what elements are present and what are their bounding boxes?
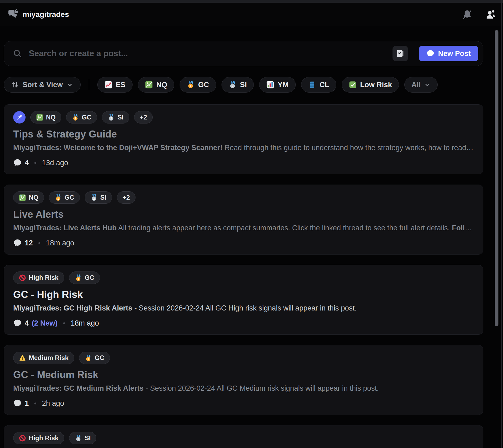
post-tag-gc[interactable]: GC <box>49 191 80 204</box>
filter-tag-cl[interactable]: CL <box>301 77 336 93</box>
post-timestamp: 18m ago <box>46 239 74 247</box>
warning-icon <box>19 354 26 362</box>
chart-yen-icon <box>19 194 26 201</box>
post-card-tips-strategy-guide[interactable]: NQ GC SI +2 Tips & Strategy Guide Miyagi… <box>4 104 483 174</box>
new-comments-badge: (2 New) <box>32 319 58 327</box>
filter-label: Low Risk <box>360 81 392 89</box>
comment-count: 12 <box>25 239 33 247</box>
tag-label: GC <box>82 114 91 121</box>
silver-medal-icon <box>108 114 115 121</box>
search-icon <box>13 49 22 58</box>
tag-label: GC <box>65 194 74 201</box>
chart-yen-icon <box>145 81 153 89</box>
post-guidelines-button[interactable] <box>393 46 408 61</box>
post-tag-high-risk[interactable]: High Risk <box>13 271 64 284</box>
post-tag-gc[interactable]: GC <box>79 352 110 364</box>
post-timestamp: 2h ago <box>42 399 64 408</box>
filter-tag-gc[interactable]: GC <box>180 77 216 93</box>
comment-count: 1 <box>25 399 29 408</box>
post-tag-gc[interactable]: GC <box>66 111 97 124</box>
tag-label: GC <box>85 274 94 281</box>
preview-bold: GC Medium Risk Alerts <box>62 384 144 392</box>
post-tag-medium-risk[interactable]: Medium Risk <box>13 352 74 364</box>
member-list-button[interactable] <box>485 9 496 20</box>
post-tag-nq[interactable]: NQ <box>30 111 61 124</box>
silver-medal-icon <box>75 435 82 442</box>
post-card-live-alerts[interactable]: NQ GC SI +2 Live Alerts MiyagiTrades: Li… <box>4 185 483 255</box>
gold-medal-icon <box>55 194 62 201</box>
preview-bold: Live Alerts Hub <box>62 224 117 232</box>
post-tag-high-risk[interactable]: High Risk <box>13 432 64 444</box>
post-footer: 12 18m ago <box>13 239 474 247</box>
chat-bubble-icon <box>426 50 434 58</box>
sort-label: Sort & View <box>23 81 63 89</box>
footer-dot <box>63 322 65 324</box>
tag-label: High Risk <box>29 274 59 281</box>
post-tag-row: NQ GC SI +2 <box>13 111 474 124</box>
post-tag-more[interactable]: +2 <box>134 111 153 124</box>
filter-label: GC <box>198 81 209 89</box>
comment-count: 4 <box>25 319 29 327</box>
post-card-gc-medium-risk[interactable]: Medium Risk GC GC - Medium Risk MiyagiTr… <box>4 345 483 415</box>
oil-drum-icon <box>308 81 316 89</box>
post-card-gc-high-risk[interactable]: High Risk GC GC - High Risk MiyagiTrades… <box>4 265 483 335</box>
search-bar: New Post <box>4 41 483 66</box>
post-tag-row: Medium Risk GC <box>13 352 474 364</box>
post-tag-si[interactable]: SI <box>102 111 129 124</box>
scrollbar-thumb[interactable] <box>495 30 498 326</box>
chevron-down-icon <box>66 81 73 88</box>
filter-tag-ym[interactable]: YM <box>259 77 296 93</box>
filter-tag-es[interactable]: ES <box>97 77 133 93</box>
filter-tag-nq[interactable]: NQ <box>138 77 174 93</box>
post-author: MiyagiTrades: <box>13 384 62 392</box>
window-right-edge <box>501 0 502 448</box>
tag-label: +2 <box>140 114 147 121</box>
filter-label: CL <box>320 81 329 89</box>
footer-dot <box>34 162 36 164</box>
gold-medal-icon <box>85 354 92 362</box>
tag-label: Medium Risk <box>29 354 69 362</box>
filter-tag-low-risk[interactable]: Low Risk <box>342 77 399 93</box>
filter-all-dropdown[interactable]: All <box>404 77 438 93</box>
filter-label: SI <box>240 81 247 89</box>
comment-bubble-icon <box>13 158 22 167</box>
footer-dot <box>38 242 40 244</box>
filter-tag-si[interactable]: SI <box>222 77 254 93</box>
post-tag-si[interactable]: SI <box>85 191 112 204</box>
gold-medal-icon <box>72 114 79 121</box>
preview-text: All trading alerts appear here as compac… <box>117 224 452 232</box>
members-icon <box>485 9 496 20</box>
preview-bold2: Follow... <box>452 224 474 232</box>
notifications-muted-button[interactable] <box>462 9 472 20</box>
post-preview: MiyagiTrades: Live Alerts Hub All tradin… <box>13 223 474 233</box>
sort-and-view-button[interactable]: Sort & View <box>4 77 81 93</box>
gold-medal-icon <box>187 81 195 89</box>
post-tag-nq[interactable]: NQ <box>13 191 44 204</box>
filter-bar: Sort & View ES NQ GC SI YM CL <box>4 77 483 93</box>
chevron-down-icon <box>424 81 431 88</box>
post-preview: MiyagiTrades: GC Medium Risk Alerts - Se… <box>13 383 474 393</box>
channel-header: miyagitrades <box>0 3 503 26</box>
chart-increasing-icon <box>104 81 112 89</box>
prohibited-icon <box>19 274 26 281</box>
post-title: GC - Medium Risk <box>13 369 474 381</box>
post-card-si-high-risk[interactable]: High Risk SI <box>4 425 483 448</box>
post-tag-si[interactable]: SI <box>69 432 97 444</box>
tag-label: NQ <box>29 194 38 201</box>
post-timestamp: 18m ago <box>71 319 99 327</box>
post-tag-more[interactable]: +2 <box>117 191 135 204</box>
post-author: MiyagiTrades: <box>13 224 62 232</box>
preview-text: - Session 2026-02-24 All GC Medium risk … <box>144 384 379 392</box>
tag-label: +2 <box>123 194 130 201</box>
post-footer: 4 13d ago <box>13 158 474 167</box>
comment-count: 4 <box>25 159 29 167</box>
post-tag-gc[interactable]: GC <box>69 271 100 284</box>
post-title: GC - High Risk <box>13 289 474 301</box>
comment-bubble-icon <box>13 239 22 247</box>
post-tag-row: High Risk GC <box>13 271 474 284</box>
search-input[interactable] <box>29 49 386 58</box>
filter-label: ES <box>116 81 126 89</box>
new-post-button[interactable]: New Post <box>419 46 478 61</box>
filter-label: YM <box>278 81 289 89</box>
tag-label: NQ <box>46 114 56 121</box>
